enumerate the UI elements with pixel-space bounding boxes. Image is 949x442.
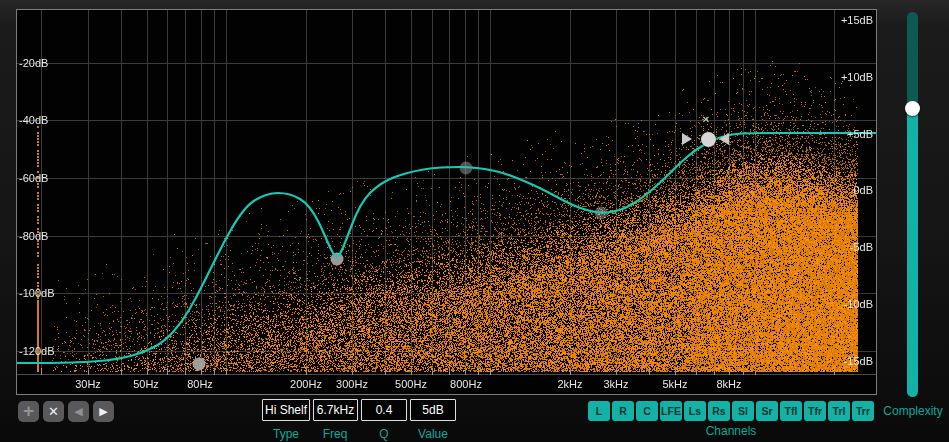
complexity-slider[interactable] <box>907 12 918 397</box>
channel-selector: LRCLFELsRsSlSrTflTfrTrlTrr <box>588 401 874 421</box>
delete-band-button[interactable]: ✕ <box>43 401 64 422</box>
right-db-label: +15dB <box>841 14 873 26</box>
channels-group-label: Channels <box>588 424 874 438</box>
channel-button-sl[interactable]: Sl <box>732 401 754 421</box>
x-axis-label: 8kHz <box>716 378 741 390</box>
spectrum-plot: 30Hz50Hz80Hz200Hz300Hz500Hz800Hz2kHz3kHz… <box>16 9 877 395</box>
channel-button-lfe[interactable]: LFE <box>660 401 682 421</box>
add-icon: + <box>23 401 34 420</box>
left-db-label: -120dB <box>19 345 54 357</box>
x-axis-label: 30Hz <box>75 378 101 390</box>
right-db-label: -5dB <box>850 241 873 253</box>
eq-spectrum-canvas[interactable] <box>17 10 876 394</box>
right-db-label: 0dB <box>853 184 873 196</box>
freq-field[interactable]: 6.7kHz <box>313 399 358 421</box>
node-delete-icon[interactable]: ✕ <box>699 114 713 125</box>
channel-button-tfr[interactable]: Tfr <box>804 401 826 421</box>
left-db-label: -100dB <box>19 287 54 299</box>
channel-button-r[interactable]: R <box>612 401 634 421</box>
x-axis-label: 300Hz <box>336 378 368 390</box>
channel-button-tfl[interactable]: Tfl <box>780 401 802 421</box>
x-axis-label: 50Hz <box>133 378 159 390</box>
x-axis-label: 500Hz <box>395 378 427 390</box>
right-db-label: -10dB <box>844 298 873 310</box>
channel-button-trr[interactable]: Trr <box>852 401 874 421</box>
node-prev-icon[interactable] <box>682 133 692 145</box>
left-db-label: -20dB <box>19 57 48 69</box>
channel-button-sr[interactable]: Sr <box>756 401 778 421</box>
node-next-icon[interactable] <box>719 133 729 145</box>
right-db-label: +10dB <box>841 71 873 83</box>
type-field-label: Type <box>273 427 299 441</box>
left-db-label: -60dB <box>19 172 48 184</box>
q-field-label: Q <box>379 427 388 441</box>
x-axis-label: 3kHz <box>603 378 628 390</box>
freq-field-label: Freq <box>323 427 348 441</box>
complexity-label: Complexity <box>877 404 949 418</box>
x-axis-label: 80Hz <box>187 378 213 390</box>
right-db-label: -15dB <box>844 355 873 367</box>
right-db-label: +5dB <box>847 128 873 140</box>
node-handle[interactable] <box>701 132 716 147</box>
q-field[interactable]: 0.4 <box>361 399 407 421</box>
channel-button-l[interactable]: L <box>588 401 610 421</box>
band-toolbar: +✕◀▶ <box>18 401 114 422</box>
next-band-button[interactable]: ▶ <box>93 401 114 422</box>
add-band-button[interactable]: + <box>18 401 39 422</box>
prev-band-button[interactable]: ◀ <box>68 401 89 422</box>
channel-button-trl[interactable]: Trl <box>828 401 850 421</box>
x-axis-label: 200Hz <box>290 378 322 390</box>
value-field-label: Value <box>418 427 448 441</box>
complexity-knob[interactable] <box>905 101 920 116</box>
x-axis-label: 800Hz <box>450 378 482 390</box>
channel-button-ls[interactable]: Ls <box>684 401 706 421</box>
eq-editor-window: 30Hz50Hz80Hz200Hz300Hz500Hz800Hz2kHz3kHz… <box>0 0 949 442</box>
channel-button-c[interactable]: C <box>636 401 658 421</box>
left-db-label: -80dB <box>19 230 48 242</box>
delete-icon: ✕ <box>48 405 59 418</box>
x-axis-label: 5kHz <box>662 378 687 390</box>
type-field[interactable]: Hi Shelf <box>262 399 310 421</box>
channel-button-rs[interactable]: Rs <box>708 401 730 421</box>
x-axis-label: 2kHz <box>557 378 582 390</box>
next-icon: ▶ <box>99 406 107 417</box>
prev-icon: ◀ <box>74 406 82 417</box>
value-field[interactable]: 5dB <box>410 399 456 421</box>
left-db-label: -40dB <box>19 114 48 126</box>
